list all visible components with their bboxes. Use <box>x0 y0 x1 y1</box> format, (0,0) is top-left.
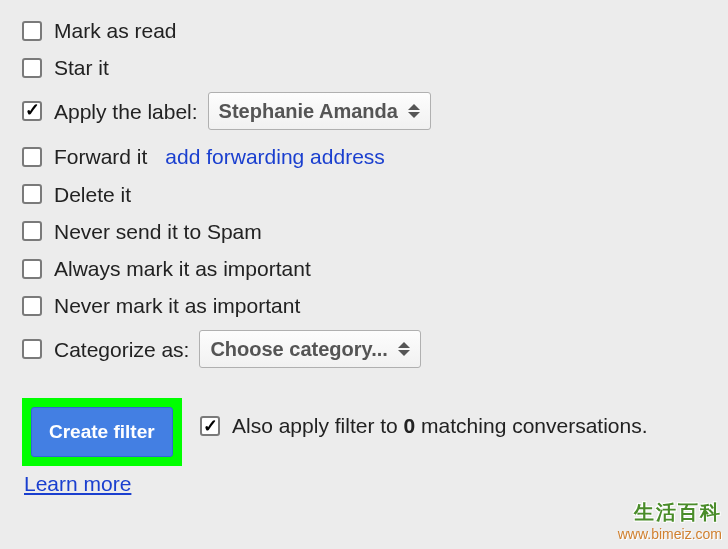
link-add-forwarding-address[interactable]: add forwarding address <box>165 144 384 169</box>
also-apply-suffix: matching conversations. <box>415 414 647 437</box>
watermark: 生活百科 www.bimeiz.com <box>618 499 722 543</box>
checkbox-apply-label[interactable] <box>22 101 42 121</box>
checkbox-star-it[interactable] <box>22 58 42 78</box>
option-star-it: Star it <box>22 55 728 80</box>
label-categorize-as: Categorize as: <box>54 337 189 362</box>
label-apply-label: Apply the label: <box>54 99 198 124</box>
option-never-spam: Never send it to Spam <box>22 219 728 244</box>
checkbox-delete-it[interactable] <box>22 184 42 204</box>
dropdown-apply-label-value: Stephanie Amanda <box>219 99 398 123</box>
watermark-line1: 生活百科 <box>618 499 722 525</box>
option-categorize-as: Categorize as: Choose category... <box>22 330 728 368</box>
option-never-important: Never mark it as important <box>22 293 728 318</box>
checkbox-never-spam[interactable] <box>22 221 42 241</box>
checkbox-also-apply[interactable] <box>200 416 220 436</box>
checkbox-categorize-as[interactable] <box>22 339 42 359</box>
footer: Create filter Also apply filter to 0 mat… <box>22 398 728 496</box>
also-apply-prefix: Also apply filter to <box>232 414 404 437</box>
also-apply-count: 0 <box>404 414 416 437</box>
highlight-box: Create filter <box>22 398 182 466</box>
option-mark-as-read: Mark as read <box>22 18 728 43</box>
checkbox-mark-as-read[interactable] <box>22 21 42 41</box>
label-also-apply: Also apply filter to 0 matching conversa… <box>232 414 648 438</box>
option-delete-it: Delete it <box>22 182 728 207</box>
checkbox-never-important[interactable] <box>22 296 42 316</box>
option-always-important: Always mark it as important <box>22 256 728 281</box>
dropdown-apply-label[interactable]: Stephanie Amanda <box>208 92 431 130</box>
label-forward-it: Forward it <box>54 144 147 169</box>
label-delete-it: Delete it <box>54 182 131 207</box>
link-learn-more[interactable]: Learn more <box>24 472 131 496</box>
dropdown-categorize-as-value: Choose category... <box>210 337 387 361</box>
option-also-apply: Also apply filter to 0 matching conversa… <box>200 414 648 438</box>
checkbox-forward-it[interactable] <box>22 147 42 167</box>
watermark-line2: www.bimeiz.com <box>618 525 722 543</box>
option-forward-it: Forward it add forwarding address <box>22 144 728 169</box>
dropdown-categorize-as[interactable]: Choose category... <box>199 330 420 368</box>
select-arrows-icon <box>398 342 410 356</box>
select-arrows-icon <box>408 104 420 118</box>
checkbox-always-important[interactable] <box>22 259 42 279</box>
label-never-spam: Never send it to Spam <box>54 219 262 244</box>
option-apply-label: Apply the label: Stephanie Amanda <box>22 92 728 130</box>
label-never-important: Never mark it as important <box>54 293 300 318</box>
label-star-it: Star it <box>54 55 109 80</box>
label-mark-as-read: Mark as read <box>54 18 177 43</box>
label-always-important: Always mark it as important <box>54 256 311 281</box>
create-filter-button[interactable]: Create filter <box>31 407 173 457</box>
